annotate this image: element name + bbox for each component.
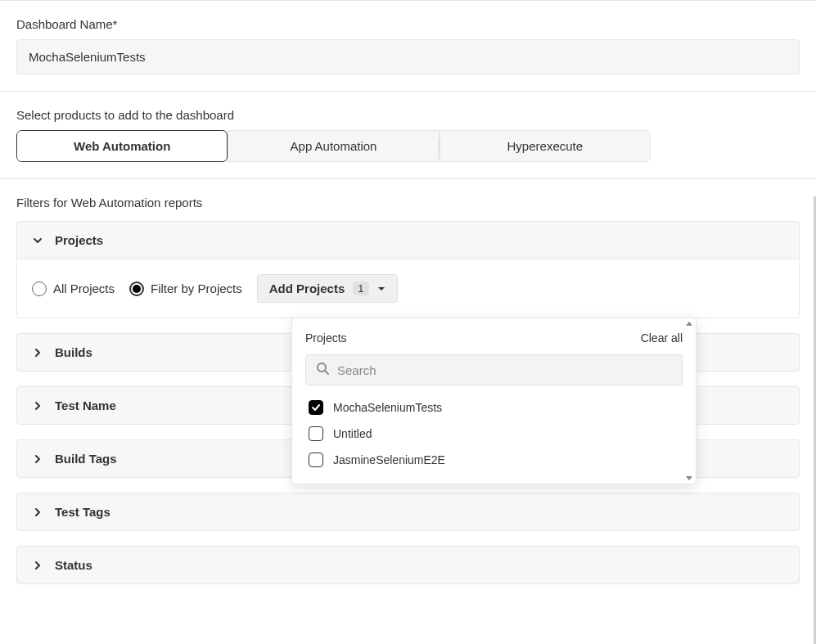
accordion-header-status[interactable]: Status (17, 547, 799, 583)
tab-divider (438, 138, 439, 154)
accordion-title: Test Tags (55, 505, 110, 519)
clear-all-button[interactable]: Clear all (641, 331, 683, 345)
chevron-down-icon (32, 235, 43, 246)
project-option[interactable]: JasmineSeleniumE2E (309, 453, 679, 467)
radio-filter-by-projects[interactable]: Filter by Projects (129, 281, 242, 296)
accordion-title: Projects (55, 233, 103, 247)
add-projects-count: 1 (353, 281, 368, 295)
radio-all-projects[interactable]: All Projects (32, 281, 115, 296)
checkbox-checked-icon (309, 400, 323, 415)
svg-line-1 (325, 371, 328, 374)
scroll-down-icon[interactable] (686, 476, 692, 480)
accordion-projects: Projects All Projects Filter by Projects… (16, 221, 800, 318)
tab-app-automation[interactable]: App Automation (228, 130, 439, 162)
project-option[interactable]: MochaSeleniumTests (309, 400, 679, 415)
dropdown-title: Projects (305, 331, 347, 345)
add-projects-button[interactable]: Add Projects 1 (257, 274, 398, 303)
projects-radio-group: All Projects Filter by Projects (32, 281, 242, 296)
scroll-up-icon[interactable] (686, 322, 692, 326)
accordion-header-test-tags[interactable]: Test Tags (17, 493, 799, 530)
caret-down-icon (377, 281, 385, 295)
option-label: JasmineSeleniumE2E (333, 453, 445, 466)
search-wrap (305, 354, 683, 385)
chevron-right-icon (32, 453, 43, 465)
radio-icon (32, 281, 47, 296)
filters-title: Filters for Web Automation reports (0, 179, 816, 221)
search-input[interactable] (337, 363, 672, 377)
add-projects-label: Add Projects (269, 281, 345, 295)
option-label: MochaSeleniumTests (333, 401, 442, 414)
tab-label: Web Automation (74, 139, 170, 153)
accordion-status: Status (16, 546, 800, 584)
project-option[interactable]: Untitled (309, 426, 679, 441)
checkbox-unchecked-icon (309, 453, 323, 467)
filters-content: Projects All Projects Filter by Projects… (0, 221, 816, 615)
search-icon (316, 362, 329, 378)
radio-label: All Projects (53, 281, 115, 295)
product-select-label: Select products to add to the dashboard (16, 108, 800, 122)
project-option-list: MochaSeleniumTests Untitled JasmineSelen… (305, 397, 683, 471)
dashboard-name-label: Dashboard Name* (16, 17, 800, 31)
checkbox-unchecked-icon (309, 426, 323, 441)
dashboard-name-input[interactable] (16, 39, 800, 74)
tab-label: Hyperexecute (507, 139, 584, 153)
accordion-title: Status (55, 558, 92, 572)
product-select-section: Select products to add to the dashboard … (0, 91, 816, 178)
dashboard-name-section: Dashboard Name* (0, 0, 816, 91)
accordion-title: Builds (55, 345, 92, 359)
tab-hyperexecute[interactable]: Hyperexecute (440, 130, 651, 162)
chevron-right-icon (32, 560, 43, 571)
option-label: Untitled (333, 427, 372, 440)
accordion-title: Build Tags (55, 452, 117, 466)
tab-web-automation[interactable]: Web Automation (16, 130, 228, 162)
accordion-body-projects: All Projects Filter by Projects Add Proj… (17, 259, 799, 317)
dropdown-header: Projects Clear all (305, 331, 683, 345)
product-tabs: Web Automation App Automation Hyperexecu… (16, 130, 651, 162)
chevron-right-icon (32, 400, 43, 412)
chevron-right-icon (32, 507, 43, 518)
radio-label: Filter by Projects (151, 281, 242, 295)
accordion-test-tags: Test Tags (16, 493, 800, 531)
projects-dropdown-panel: Projects Clear all MochaSeleniumTests Un… (291, 317, 697, 484)
chevron-right-icon (32, 347, 43, 358)
accordion-title: Test Name (55, 399, 116, 412)
radio-icon (129, 281, 144, 296)
tab-label: App Automation (291, 139, 377, 153)
accordion-header-projects[interactable]: Projects (17, 222, 799, 259)
